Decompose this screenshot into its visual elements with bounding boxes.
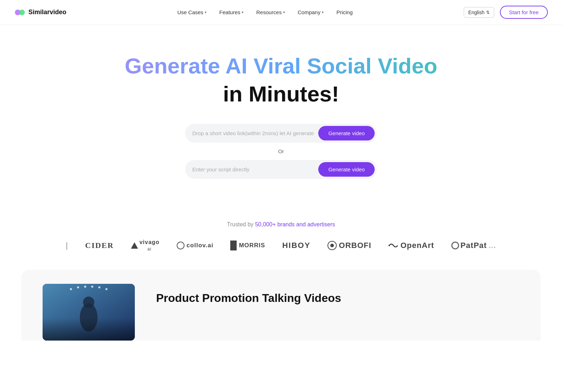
patpat-icon xyxy=(451,242,459,249)
hero-title-black: in Minutes! xyxy=(7,81,555,106)
trusted-count: 50,000+ brands xyxy=(255,221,295,227)
brand-openart: OpenArt xyxy=(389,241,434,250)
brand-name: Similarvideo xyxy=(28,9,66,16)
chevron-down-icon: ▾ xyxy=(322,10,324,14)
script-input-row: Generate video xyxy=(185,160,377,179)
openart-icon xyxy=(389,242,398,249)
svg-point-3 xyxy=(330,244,334,247)
navbar-actions: English ⇅ Start for free xyxy=(464,6,548,19)
morris-icon xyxy=(230,241,237,250)
bottom-section: Product Promotion Talking Videos xyxy=(21,270,541,341)
trusted-text: Trusted by 50,000+ brands and advertiser… xyxy=(0,221,562,228)
navbar: Similarvideo Use Cases ▾ Features ▾ Reso… xyxy=(0,0,562,25)
bottom-content: Product Promotion Talking Videos xyxy=(156,284,341,306)
product-video-thumbnail[interactable] xyxy=(43,284,135,341)
collov-icon xyxy=(177,242,184,249)
brand-orbofi: ORBOFI xyxy=(327,241,371,250)
vivago-icon xyxy=(131,242,138,249)
nav-company[interactable]: Company ▾ xyxy=(298,9,324,15)
svg-point-1 xyxy=(19,10,25,15)
svg-point-12 xyxy=(91,286,93,288)
nav-use-cases[interactable]: Use Cases ▾ xyxy=(177,9,206,15)
script-input[interactable] xyxy=(192,166,315,172)
nav-resources[interactable]: Resources ▾ xyxy=(256,9,285,15)
nav-features[interactable]: Features ▾ xyxy=(219,9,243,15)
svg-point-9 xyxy=(70,288,72,290)
brand-strip: | CIDER vivagoai collov.ai MORRIS HIBOY … xyxy=(0,239,562,252)
chevron-down-icon: ▾ xyxy=(242,10,243,14)
brand-cider: CIDER xyxy=(85,241,114,250)
chevron-down-icon: ▾ xyxy=(205,10,206,14)
logo-area[interactable]: Similarvideo xyxy=(14,7,66,18)
language-selector[interactable]: English ⇅ xyxy=(464,7,494,18)
brand-morris: MORRIS xyxy=(230,241,265,250)
svg-point-10 xyxy=(77,286,79,288)
trusted-section: Trusted by 50,000+ brands and advertiser… xyxy=(0,214,562,263)
generate-video-button-2[interactable]: Generate video xyxy=(318,162,375,177)
orbofi-icon xyxy=(327,241,337,250)
svg-point-4 xyxy=(389,245,390,246)
nav-pricing[interactable]: Pricing xyxy=(336,9,353,15)
brand-partial-left: | xyxy=(66,241,68,250)
video-link-input[interactable] xyxy=(192,130,315,136)
hero-section: Generate AI Viral Social Video in Minute… xyxy=(0,25,562,214)
svg-point-11 xyxy=(84,286,86,288)
nav-links: Use Cases ▾ Features ▾ Resources ▾ Compa… xyxy=(177,9,353,15)
video-preview xyxy=(43,284,135,341)
start-for-free-button[interactable]: Start for free xyxy=(500,6,548,19)
input-area: Generate video Or Generate video xyxy=(7,124,555,179)
brand-hiboy: HIBOY xyxy=(282,241,310,250)
chevron-up-down-icon: ⇅ xyxy=(486,10,490,15)
trusted-prefix: Trusted by xyxy=(227,221,255,227)
trusted-suffix: and advertisers xyxy=(295,221,335,227)
brand-vivago: vivagoai xyxy=(131,239,160,252)
logo-icon xyxy=(14,7,26,18)
svg-point-14 xyxy=(105,288,108,290)
generate-video-button-1[interactable]: Generate video xyxy=(318,126,375,140)
svg-point-13 xyxy=(98,286,100,288)
svg-point-8 xyxy=(83,297,94,308)
hero-title-gradient: Generate AI Viral Social Video xyxy=(7,53,555,78)
or-divider: Or xyxy=(278,148,284,154)
chevron-down-icon: ▾ xyxy=(283,10,285,14)
brand-patpat: PatPat … xyxy=(451,241,496,250)
brand-collov: collov.ai xyxy=(177,242,214,249)
video-link-input-row: Generate video xyxy=(185,124,377,143)
bottom-title: Product Promotion Talking Videos xyxy=(156,291,341,306)
